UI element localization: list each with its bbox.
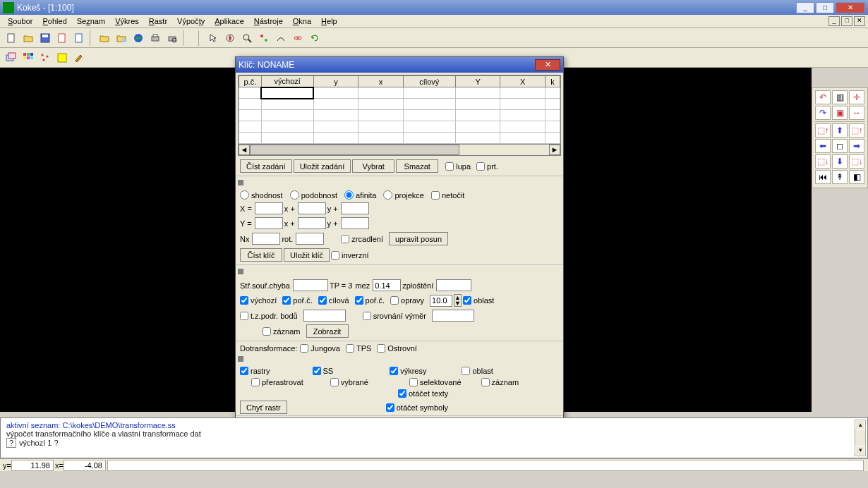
mdi-close-button[interactable]: ✕ xyxy=(854,16,865,26)
print-preview-icon[interactable] xyxy=(164,30,180,46)
close-button[interactable]: ✕ xyxy=(836,2,865,13)
checkbox-tps[interactable]: TPS xyxy=(346,344,371,353)
globe-icon[interactable] xyxy=(131,30,146,46)
checkbox-zaznam2[interactable]: záznam xyxy=(481,378,519,386)
new-file-icon[interactable] xyxy=(4,30,19,46)
input-rot[interactable] xyxy=(296,233,324,245)
center-icon[interactable]: ◻ xyxy=(832,139,848,153)
menu-aplikace[interactable]: Aplikace xyxy=(210,16,249,26)
menu-okna[interactable]: Okna xyxy=(288,16,316,26)
brush-icon[interactable] xyxy=(71,50,87,66)
tool-a-icon[interactable] xyxy=(256,30,272,46)
save-icon[interactable] xyxy=(37,30,53,46)
radio-projekce[interactable]: projekce xyxy=(383,190,424,200)
checkbox-zaznam[interactable]: záznam xyxy=(263,327,301,336)
radio-podobnost[interactable]: podobnost xyxy=(290,190,337,200)
checkbox-vychozi[interactable]: výchozí xyxy=(240,296,277,305)
menu-rastr[interactable]: Rastr xyxy=(144,16,172,26)
checkbox-vybrane[interactable]: vybrané xyxy=(330,378,368,386)
radio-shodnost[interactable]: shodnost xyxy=(240,190,283,200)
grid-scrollbar[interactable]: ◄► xyxy=(239,144,560,155)
grid-header[interactable]: Y xyxy=(455,76,500,87)
checkbox-tzpodr[interactable]: t.z.podr. bodů xyxy=(240,312,298,320)
zoom-icon[interactable] xyxy=(239,30,255,46)
undo-icon[interactable]: ↶ xyxy=(815,90,831,104)
print-icon[interactable] xyxy=(147,30,163,46)
mdi-restore-button[interactable]: □ xyxy=(841,16,852,26)
dialog-title-bar[interactable]: Klíč: NONAME ✕ xyxy=(236,57,563,73)
arrow-down-icon[interactable]: ⬇ xyxy=(832,154,848,169)
checkbox-ss[interactable]: SS xyxy=(313,367,334,375)
open-folder-icon[interactable] xyxy=(20,30,36,46)
button-ulozit-klic[interactable]: Uložit klíč xyxy=(284,248,330,262)
checkbox-ostrovni[interactable]: Ostrovní xyxy=(377,344,417,353)
checkbox-otacet-symboly[interactable]: otáčet symboly xyxy=(386,403,448,412)
arrow-up-icon[interactable]: ⬆ xyxy=(832,123,848,138)
redo-icon[interactable]: ↷ xyxy=(815,106,831,120)
menu-soubor[interactable]: Soubor xyxy=(3,16,37,26)
refresh-icon[interactable] xyxy=(307,30,323,46)
button-vybrat[interactable]: Vybrat xyxy=(352,159,394,173)
rect-up2-icon[interactable]: ⬚↑ xyxy=(849,123,864,138)
pointer-icon[interactable] xyxy=(205,30,221,46)
cross-icon[interactable]: ↔ xyxy=(849,106,864,120)
button-upravit-posun[interactable]: upravit posun xyxy=(389,232,448,245)
grid-header[interactable]: x xyxy=(358,76,403,87)
extra-icon[interactable]: ◧ xyxy=(849,170,864,184)
checkbox-porc1[interactable]: poř.č. xyxy=(282,296,313,305)
grid-header[interactable]: y xyxy=(313,76,358,87)
checkbox-jungova[interactable]: Jungova xyxy=(300,344,340,353)
checkbox-prt[interactable]: prt. xyxy=(476,162,498,171)
input-srovnani[interactable] xyxy=(432,310,474,322)
grid-header[interactable]: výchozí xyxy=(261,76,313,87)
menu-vykres[interactable]: Výkres xyxy=(110,16,144,26)
curve-icon[interactable] xyxy=(273,30,289,46)
radio-afinita[interactable]: afinita xyxy=(344,190,376,200)
checkbox-cilova[interactable]: cílová xyxy=(318,296,349,305)
checkbox-selektovane[interactable]: selektované xyxy=(409,378,462,386)
button-cist-zadani[interactable]: Číst zadání xyxy=(240,159,292,173)
link-icon[interactable] xyxy=(290,30,306,46)
target-icon[interactable]: ✛ xyxy=(849,90,864,104)
maximize-button[interactable]: □ xyxy=(816,2,834,13)
button-cist-klic[interactable]: Číst klíč xyxy=(240,248,282,262)
input-tzpodr[interactable] xyxy=(303,310,346,322)
input-mez[interactable] xyxy=(373,279,401,291)
skip-up-icon[interactable]: ↟ xyxy=(832,170,848,184)
color-icon[interactable] xyxy=(54,50,70,66)
mdi-minimize-button[interactable]: _ xyxy=(828,16,840,26)
compass-icon[interactable] xyxy=(222,30,238,46)
grid-header[interactable]: X xyxy=(500,76,545,87)
input-nx[interactable] xyxy=(252,233,280,245)
button-ulozit-zadani[interactable]: Uložit zadání xyxy=(294,159,351,173)
button-smazat[interactable]: Smazat xyxy=(396,159,438,173)
checkbox-oblast2[interactable]: oblast xyxy=(462,367,493,375)
rect-down2-icon[interactable]: ⬚↓ xyxy=(849,154,864,169)
checkbox-lupa[interactable]: lupa xyxy=(445,162,471,171)
pin-icon[interactable] xyxy=(238,356,243,362)
points-icon[interactable] xyxy=(37,50,53,66)
button-chyt-rastr[interactable]: Chyť rastr xyxy=(240,401,287,414)
checkbox-opravy[interactable]: opravy xyxy=(390,296,424,305)
skip-left-icon[interactable]: ⏮ xyxy=(815,170,831,184)
pin-icon[interactable] xyxy=(238,180,243,185)
input-opravy[interactable] xyxy=(430,295,452,307)
grid-header[interactable]: cílový xyxy=(403,76,455,87)
palette-icon[interactable] xyxy=(20,50,36,66)
pin-icon[interactable] xyxy=(238,269,243,274)
input-y3[interactable] xyxy=(341,217,369,229)
layers-icon[interactable] xyxy=(4,50,19,66)
arrow-right-icon[interactable]: ➡ xyxy=(849,139,864,153)
minimize-button[interactable]: _ xyxy=(796,2,814,13)
input-y2[interactable] xyxy=(298,217,326,229)
menu-vypocty[interactable]: Výpočty xyxy=(172,16,210,26)
menu-pohled[interactable]: Pohled xyxy=(37,16,71,26)
checkbox-inverzni[interactable]: inverzní xyxy=(331,251,369,260)
menu-seznam[interactable]: Seznam xyxy=(72,16,110,26)
folder2-icon[interactable] xyxy=(97,30,112,46)
snap-icon[interactable]: ▣ xyxy=(832,106,848,120)
checkbox-oblast[interactable]: oblast xyxy=(463,296,494,305)
grid-points[interactable]: p.č. výchozí y x cílový Y X k ◄► xyxy=(238,75,561,156)
checkbox-zrcadleni[interactable]: zrcadlení xyxy=(341,235,383,243)
checkbox-otacet-texty[interactable]: otáčet texty xyxy=(398,389,448,398)
